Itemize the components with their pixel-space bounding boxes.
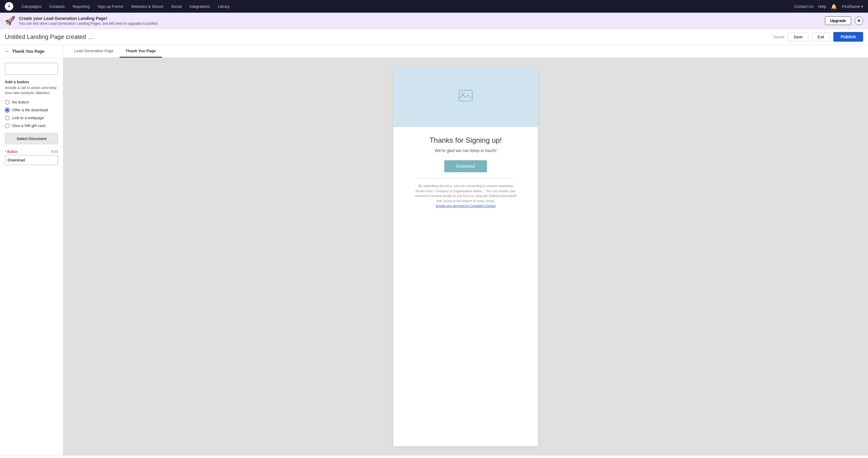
page-preview-card: Thanks for Signing up! We're glad we can… — [393, 67, 538, 446]
button-type-radio-group: No button Offer a file download Link to … — [5, 100, 58, 128]
nav-item-reporting[interactable]: Reporting — [69, 2, 93, 10]
sidebar: ← Thank You Page Add a button Include a … — [0, 45, 63, 455]
radio-link-to-webpage[interactable]: Link to a webpage — [5, 116, 58, 120]
main-layout: ← Thank You Page Add a button Include a … — [0, 45, 868, 455]
button-char-count: 8/30 — [51, 150, 58, 154]
svg-point-1 — [9, 4, 9, 5]
canvas-tabs: Lead Generation Page Thank You Page — [63, 45, 868, 58]
radio-offer-file-download[interactable]: Offer a file download — [5, 108, 58, 113]
add-button-title: Add a button — [5, 80, 58, 84]
nav-item-library[interactable]: Library — [214, 2, 234, 10]
select-document-button[interactable]: Select Document — [5, 133, 58, 144]
image-placeholder-icon — [458, 90, 473, 105]
radio-circle-offer-file-download — [5, 108, 10, 113]
radio-label-give-nift-gift-card: Give a Nift gift card — [12, 123, 45, 128]
radio-label-offer-file-download: Offer a file download — [12, 108, 48, 112]
canvas-area: Lead Generation Page Thank You Page Than… — [63, 45, 868, 455]
nav-items: Campaigns Contacts Reporting Sign-up For… — [18, 2, 793, 10]
button-label-header: * Button 8/30 — [5, 150, 58, 154]
button-label-input[interactable] — [5, 155, 58, 165]
button-label-section: * Button 8/30 — [5, 150, 58, 165]
preview-content: Thanks for Signing up! We're glad we can… — [393, 127, 538, 218]
svg-rect-2 — [459, 90, 472, 101]
back-button[interactable]: ← — [5, 49, 10, 54]
nav-item-integrations[interactable]: Integrations — [186, 2, 214, 10]
top-nav: Campaigns Contacts Reporting Sign-up For… — [0, 0, 868, 13]
preview-legal-text: By submitting this form, you are consent… — [405, 183, 526, 208]
preview-image-placeholder — [393, 67, 538, 127]
button-label-text: Button — [7, 150, 18, 154]
logo[interactable] — [5, 2, 13, 10]
nav-item-contacts[interactable]: Contacts — [46, 2, 68, 10]
nav-help[interactable]: Help — [818, 4, 827, 9]
preview-heading: Thanks for Signing up! — [405, 136, 526, 145]
saved-status: Saved — [773, 35, 784, 39]
legal-text-content: By submitting this form, you are consent… — [415, 184, 517, 203]
tab-lead-generation-page[interactable]: Lead Generation Page — [68, 45, 120, 58]
add-button-section: Add a button Include a call to action an… — [5, 80, 58, 96]
bottom-bar: Have Feedback? © 1996 - 2022 Constant Co… — [0, 455, 868, 458]
nav-user[interactable]: FirstName ▾ — [842, 4, 863, 9]
nav-item-campaigns[interactable]: Campaigns — [18, 2, 45, 10]
rocket-icon: 🚀 — [5, 16, 16, 26]
nav-right: Contact Us Help 🔔 FirstName ▾ — [794, 4, 863, 9]
nav-item-social[interactable]: Social — [167, 2, 185, 10]
nav-contact-us[interactable]: Contact Us — [794, 4, 813, 9]
exit-button[interactable]: Exit — [812, 33, 830, 41]
add-button-description: Include a call to action and keep your n… — [5, 85, 58, 96]
legal-link[interactable]: Emails are serviced by Constant Contact — [436, 204, 496, 207]
required-marker: * — [5, 150, 7, 154]
text-input[interactable] — [5, 63, 58, 75]
radio-no-button[interactable]: No button — [5, 100, 58, 105]
radio-label-link-to-webpage: Link to a webpage — [12, 116, 44, 120]
sidebar-content: Add a button Include a call to action an… — [0, 58, 63, 455]
canvas-preview: Thanks for Signing up! We're glad we can… — [63, 58, 868, 455]
banner-text: Create your Lead Generation Landing Page… — [19, 16, 821, 26]
page-title: Untitled Landing Page created … — [5, 33, 770, 40]
upgrade-button[interactable]: Upgrade — [825, 16, 851, 25]
upgrade-banner: 🚀 Create your Lead Generation Landing Pa… — [0, 13, 868, 29]
preview-divider — [417, 178, 514, 179]
preview-download-button[interactable]: Download — [444, 160, 487, 172]
nav-item-websites-stores[interactable]: Websites & Stores — [127, 2, 167, 10]
radio-circle-link-to-webpage — [5, 116, 10, 120]
page-header: Untitled Landing Page created … Saved Sa… — [0, 29, 868, 45]
radio-circle-give-nift-gift-card — [5, 123, 10, 128]
bell-icon[interactable]: 🔔 — [831, 4, 837, 9]
radio-label-no-button: No button — [12, 100, 29, 105]
radio-give-nift-gift-card[interactable]: Give a Nift gift card — [5, 123, 58, 128]
banner-title: Create your Lead Generation Landing Page… — [19, 16, 821, 21]
nav-item-signup-forms[interactable]: Sign-up Forms — [94, 2, 127, 10]
preview-subheading: We're glad we can keep in touch! — [405, 148, 526, 153]
publish-button[interactable]: Publish — [833, 32, 863, 41]
sidebar-title: Thank You Page — [12, 49, 44, 54]
sidebar-header: ← Thank You Page — [0, 45, 63, 58]
tab-thank-you-page[interactable]: Thank You Page — [120, 45, 162, 58]
save-button[interactable]: Save — [788, 33, 808, 41]
svg-point-3 — [462, 93, 464, 95]
radio-circle-no-button — [5, 100, 10, 105]
banner-subtitle: You can test drive Lead Generation Landi… — [19, 22, 821, 26]
banner-close-button[interactable]: ✕ — [855, 17, 863, 25]
button-label-title: * Button — [5, 150, 18, 154]
